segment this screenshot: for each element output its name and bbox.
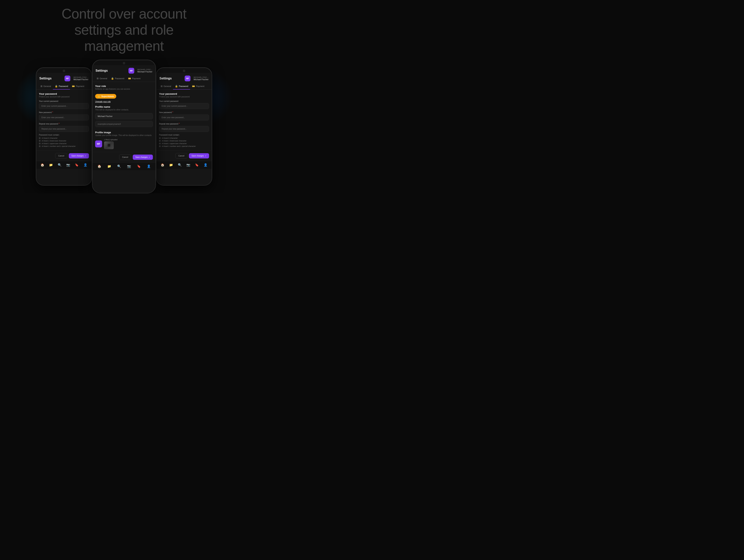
general-icon-center: ⊞ xyxy=(97,77,99,80)
side-button-right xyxy=(212,87,212,95)
current-password-group-left: Your current password xyxy=(39,100,89,109)
current-password-input-left[interactable] xyxy=(39,103,89,109)
user-name-top-right: MICHAEL FISC... xyxy=(193,76,209,78)
nav-bookmark-center[interactable]: 🔖 xyxy=(137,164,141,168)
payment-icon-left: 💳 xyxy=(72,85,75,87)
payment-icon-right: 💳 xyxy=(192,85,195,87)
tab-general-right[interactable]: ⊞ General xyxy=(159,83,173,89)
tab-password-center[interactable]: 🔒 Password xyxy=(109,76,126,82)
save-check-left: ✓ xyxy=(85,155,86,157)
repeat-password-input-right[interactable] xyxy=(159,126,209,132)
nav-search-center[interactable]: 🔍 xyxy=(117,164,121,168)
nav-camera-left[interactable]: 📷 xyxy=(66,163,70,167)
upload-avatar: MF xyxy=(95,141,102,147)
current-password-label-left: Your current password xyxy=(39,100,89,102)
save-button-center[interactable]: Save changes ✓ xyxy=(133,155,153,160)
nav-folder-left[interactable]: 📁 xyxy=(49,163,53,167)
current-password-group-right: Your current password xyxy=(159,100,209,109)
tab-general-label-right: General xyxy=(163,85,171,87)
tab-payment-left[interactable]: 💳 Payment xyxy=(70,83,86,89)
cancel-button-center[interactable]: Cancel xyxy=(119,154,131,160)
tab-password-left[interactable]: 🔒 Password xyxy=(53,83,70,89)
image-thumb-inner: 🖼 xyxy=(104,141,114,149)
phone-left: Settings MF MICHAEL FISC... Michael Fisc… xyxy=(36,67,92,186)
role-badge: 👑 SuperAdmin xyxy=(95,94,116,99)
nav-bookmark-right[interactable]: 🔖 xyxy=(195,163,199,167)
profile-name-input[interactable] xyxy=(95,113,153,119)
app-content-right: Settings MF MICHAEL FISC... Michael Fisc… xyxy=(156,73,212,185)
password-icon-right: 🔒 xyxy=(175,85,178,87)
tab-password-right[interactable]: 🔒 Password xyxy=(173,83,190,89)
nav-bookmark-left[interactable]: 🔖 xyxy=(75,163,79,167)
nav-home-center[interactable]: 🏠 xyxy=(98,164,101,168)
profile-name-subtitle: This will be displayed to other contacts… xyxy=(95,109,153,111)
header-right-right: MF MICHAEL FISC... Michael Fischer xyxy=(185,76,209,81)
notch-center xyxy=(123,62,125,64)
repeat-password-input-left[interactable] xyxy=(39,126,89,132)
repeat-password-group-right: Repeat new password * xyxy=(159,122,209,132)
tab-payment-right[interactable]: 💳 Payment xyxy=(190,83,206,89)
nav-user-center[interactable]: 👤 xyxy=(147,164,151,168)
save-button-right[interactable]: Save changes ✓ xyxy=(189,153,209,158)
rule-lower-right: At least 1 lowercase character xyxy=(159,140,209,142)
nav-search-right[interactable]: 🔍 xyxy=(178,163,182,167)
nav-user-left[interactable]: 👤 xyxy=(83,163,87,167)
settings-title-right: Settings xyxy=(159,77,172,80)
rule-label-3-left: At least 1 uppercase character xyxy=(42,142,67,145)
password-icon-center: 🔒 xyxy=(111,77,114,80)
rule-dot-3-left xyxy=(39,143,40,144)
save-check-right: ✓ xyxy=(205,155,206,157)
nav-folder-center[interactable]: 📁 xyxy=(107,164,111,168)
nav-home-left[interactable]: 🏠 xyxy=(40,163,44,167)
rule-lower-left: At least 1 lowercase character xyxy=(39,140,89,142)
tab-password-label-center: Password xyxy=(115,77,124,80)
current-password-input-right[interactable] xyxy=(159,103,209,109)
phone-frame-right: Settings MF MICHAEL FISC... Michael Fisc… xyxy=(156,67,212,186)
settings-title-left: Settings xyxy=(39,77,51,80)
rule-label-1-left: At least 8 character xyxy=(42,137,58,139)
nav-folder-right[interactable]: 📁 xyxy=(169,163,173,167)
save-label-center: Save changes xyxy=(136,156,148,158)
new-password-group-right: New password * xyxy=(159,111,209,120)
phone-frame-center: Settings MF MICHAEL FISC... Michael Fisc… xyxy=(92,60,156,193)
phone-frame-left: Settings MF MICHAEL FISC... Michael Fisc… xyxy=(36,67,92,186)
general-icon-right: ⊞ xyxy=(161,85,162,87)
nav-camera-right[interactable]: 📷 xyxy=(186,163,190,167)
required-dot2-left: * xyxy=(59,122,60,125)
scroll-content-right: Your password Protect your account with … xyxy=(156,90,212,150)
tab-payment-center[interactable]: 💳 Payment xyxy=(126,76,142,82)
user-info-center: MICHAEL FISC... Michael Fischer xyxy=(137,69,152,73)
cancel-button-left[interactable]: Cancel xyxy=(55,153,67,159)
nav-search-left[interactable]: 🔍 xyxy=(58,163,62,167)
save-button-left[interactable]: Save changes ✓ xyxy=(69,153,89,158)
company-input[interactable] xyxy=(95,121,153,127)
save-check-center: ✓ xyxy=(149,156,150,158)
rule-dot-4-left xyxy=(39,146,40,147)
nav-home-right[interactable]: 🏠 xyxy=(161,163,164,167)
tab-payment-label-left: Payment xyxy=(76,85,84,87)
rule-upper-right: At least 1 uppercase character xyxy=(159,142,209,145)
tab-general-center[interactable]: ⊞ General xyxy=(95,76,109,82)
save-label-left: Save changes xyxy=(72,155,84,157)
tab-payment-label-center: Payment xyxy=(132,77,140,80)
user-name-bottom-center: Michael Fischer xyxy=(137,71,152,73)
nav-user-right[interactable]: 👤 xyxy=(203,163,208,167)
tabs-bar-left: ⊞ General 🔒 Password 💳 Payment xyxy=(36,83,91,90)
password-icon-left: 🔒 xyxy=(55,85,58,87)
password-section-subtitle-right: Protect your account with password xyxy=(159,96,209,98)
user-name-bottom-left: Michael Fischer xyxy=(73,78,88,81)
rule-dot-1-left xyxy=(39,137,40,139)
cancel-button-right[interactable]: Cancel xyxy=(175,153,187,159)
tab-payment-label-right: Payment xyxy=(196,85,204,87)
phone-right: Settings MF MICHAEL FISC... Michael Fisc… xyxy=(156,67,212,186)
header-right-left: MF MICHAEL FISC... Michael Fischer xyxy=(65,76,88,81)
tab-general-left[interactable]: ⊞ General xyxy=(39,83,53,89)
profile-image-title: Profile image xyxy=(95,131,153,134)
rule-8char-right: At least 8 character xyxy=(159,137,209,139)
new-password-input-right[interactable] xyxy=(159,114,209,120)
upgrade-link[interactable]: Upgrade your role xyxy=(95,101,153,103)
new-password-input-left[interactable] xyxy=(39,114,89,120)
nav-camera-center[interactable]: 📷 xyxy=(127,164,131,168)
upload-area: MF 1 file(s) uploaded 🖼 xyxy=(95,139,153,149)
password-rules-left: Password must contain: At least 8 charac… xyxy=(39,134,89,147)
